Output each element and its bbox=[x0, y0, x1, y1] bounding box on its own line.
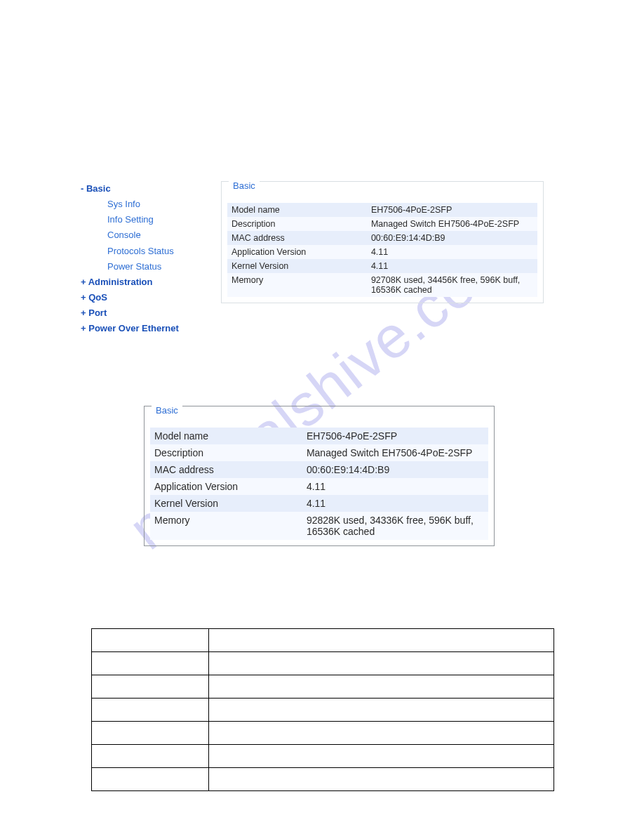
cell-label: Description bbox=[227, 217, 367, 231]
figure-sys-info-top: Basic Sys Info Info Setting Console Prot… bbox=[81, 181, 544, 336]
table-row: Memory92708K used, 34456K free, 596K buf… bbox=[227, 273, 537, 297]
cell-label: Application Version bbox=[227, 245, 367, 259]
basic-panel-1-legend: Basic bbox=[229, 180, 260, 191]
nav-console[interactable]: Console bbox=[81, 227, 214, 243]
cell-label bbox=[92, 652, 209, 675]
table-row: Memory92828K used, 34336K free, 596K buf… bbox=[150, 512, 488, 540]
cell-label: MAC address bbox=[150, 461, 302, 478]
cell-label: Kernel Version bbox=[227, 259, 367, 273]
nav-sys-info[interactable]: Sys Info bbox=[81, 197, 214, 212]
sys-info-table-2: Model nameEH7506-4PoE-2SFP DescriptionMa… bbox=[150, 428, 488, 540]
cell-desc bbox=[209, 629, 554, 652]
cell-desc bbox=[209, 699, 554, 722]
cell-label: Memory bbox=[150, 512, 302, 540]
table-row bbox=[92, 745, 554, 768]
nav-info-setting[interactable]: Info Setting bbox=[81, 212, 214, 227]
cell-value: Managed Switch EH7506-4PoE-2SFP bbox=[367, 217, 537, 231]
nav-protocols[interactable]: Protocols Status bbox=[81, 244, 214, 259]
cell-desc bbox=[209, 745, 554, 768]
description-table-wrap bbox=[91, 628, 554, 791]
table-row: DescriptionManaged Switch EH7506-4PoE-2S… bbox=[227, 217, 537, 231]
table-row: Application Version4.11 bbox=[227, 245, 537, 259]
cell-label bbox=[92, 722, 209, 745]
table-row: DescriptionManaged Switch EH7506-4PoE-2S… bbox=[150, 444, 488, 461]
nav-basic[interactable]: Basic bbox=[81, 181, 214, 197]
table-row bbox=[92, 722, 554, 745]
cell-value: 00:60:E9:14:4D:B9 bbox=[367, 231, 537, 245]
nav-poe[interactable]: Power Over Ethernet bbox=[81, 321, 214, 336]
figure-sys-info-bottom: Basic Model nameEH7506-4PoE-2SFP Descrip… bbox=[144, 406, 495, 546]
cell-desc bbox=[209, 675, 554, 699]
table-row: Application Version4.11 bbox=[150, 478, 488, 495]
cell-label: MAC address bbox=[227, 231, 367, 245]
table-row bbox=[92, 652, 554, 675]
cell-label bbox=[92, 629, 209, 652]
cell-label: Description bbox=[150, 444, 302, 461]
cell-value: EH7506-4PoE-2SFP bbox=[367, 203, 537, 217]
cell-value: 92828K used, 34336K free, 596K buff, 165… bbox=[302, 512, 488, 540]
cell-desc bbox=[209, 652, 554, 675]
table-row bbox=[92, 768, 554, 791]
nav-port[interactable]: Port bbox=[81, 305, 214, 321]
nav-qos[interactable]: QoS bbox=[81, 290, 214, 305]
sys-info-table-1: Model nameEH7506-4PoE-2SFP DescriptionMa… bbox=[227, 203, 537, 297]
table-row bbox=[92, 629, 554, 652]
table-row bbox=[92, 699, 554, 722]
nav-tree: Basic Sys Info Info Setting Console Prot… bbox=[81, 181, 214, 336]
cell-label: Model name bbox=[150, 428, 302, 444]
cell-label bbox=[92, 675, 209, 699]
cell-value: EH7506-4PoE-2SFP bbox=[302, 428, 488, 444]
nav-administration[interactable]: Administration bbox=[81, 274, 214, 290]
cell-value: 4.11 bbox=[302, 478, 488, 495]
basic-panel-1: Basic Model nameEH7506-4PoE-2SFP Descrip… bbox=[221, 181, 544, 336]
table-row: MAC address00:60:E9:14:4D:B9 bbox=[150, 461, 488, 478]
cell-label: Kernel Version bbox=[150, 495, 302, 512]
description-table bbox=[91, 628, 554, 791]
cell-label: Memory bbox=[227, 273, 367, 297]
cell-label: Model name bbox=[227, 203, 367, 217]
table-row bbox=[92, 675, 554, 699]
table-row: Model nameEH7506-4PoE-2SFP bbox=[227, 203, 537, 217]
cell-label bbox=[92, 699, 209, 722]
cell-desc bbox=[209, 722, 554, 745]
cell-value: 00:60:E9:14:4D:B9 bbox=[302, 461, 488, 478]
table-row: MAC address00:60:E9:14:4D:B9 bbox=[227, 231, 537, 245]
basic-panel-2-legend: Basic bbox=[152, 405, 182, 416]
cell-value: 4.11 bbox=[367, 245, 537, 259]
cell-label bbox=[92, 768, 209, 791]
table-row: Kernel Version4.11 bbox=[150, 495, 488, 512]
cell-value: Managed Switch EH7506-4PoE-2SFP bbox=[302, 444, 488, 461]
cell-value: 4.11 bbox=[302, 495, 488, 512]
cell-value: 4.11 bbox=[367, 259, 537, 273]
cell-label: Application Version bbox=[150, 478, 302, 495]
nav-power-status[interactable]: Power Status bbox=[81, 259, 214, 274]
cell-label bbox=[92, 745, 209, 768]
cell-desc bbox=[209, 768, 554, 791]
table-row: Model nameEH7506-4PoE-2SFP bbox=[150, 428, 488, 444]
cell-value: 92708K used, 34456K free, 596K buff, 165… bbox=[367, 273, 537, 297]
table-row: Kernel Version4.11 bbox=[227, 259, 537, 273]
